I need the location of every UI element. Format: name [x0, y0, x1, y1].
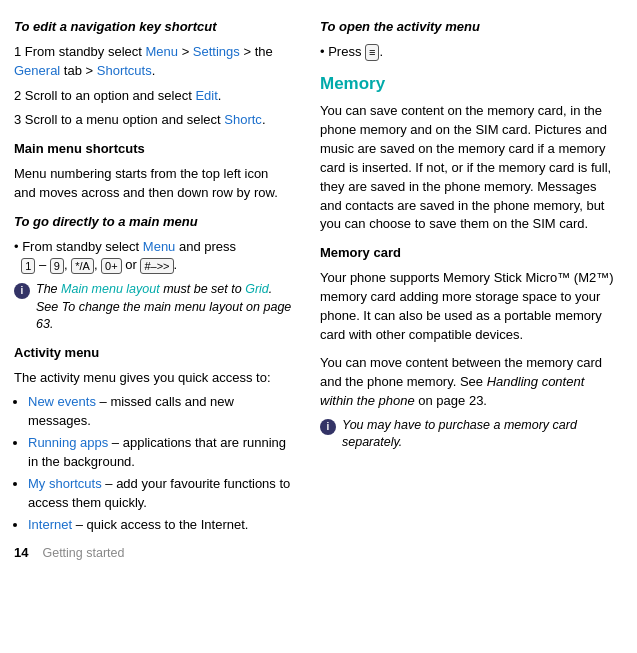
memory-card-body-1: Your phone supports Memory Stick Micro™ … [320, 269, 620, 344]
memory-heading: Memory [320, 72, 620, 97]
note-2-text: You may have to purchase a memory card s… [342, 417, 620, 452]
main-menu-heading-text: Main menu shortcuts [14, 141, 145, 156]
step-1: 1 From standby select Menu > Settings > … [14, 43, 292, 81]
note-1-see: To change the main menu layout on page 6… [36, 300, 291, 332]
list-item: Internet – quick access to the Internet. [28, 516, 292, 535]
step-1-num: 1 [14, 44, 25, 59]
note-1-main-menu-layout: Main menu layout [61, 282, 160, 296]
list-item: New events – missed calls and new messag… [28, 393, 292, 431]
step-2-num: 2 [14, 88, 25, 103]
activity-menu-list: New events – missed calls and new messag… [14, 393, 292, 534]
list-item: Running apps – applications that are run… [28, 434, 292, 472]
step-3: 3 Scroll to a menu option and select Sho… [14, 111, 292, 130]
note-2-icon: i [320, 419, 336, 435]
step-1-text: From standby select Menu > Settings > th… [14, 44, 273, 78]
open-activity-heading-text: To open the activity menu [320, 19, 480, 34]
note-2-row: i You may have to purchase a memory card… [320, 417, 620, 452]
open-activity-press: • Press ≡. [320, 43, 620, 62]
memory-card-heading-text: Memory card [320, 245, 401, 260]
key-9: 9 [50, 258, 64, 274]
step-1-general: General [14, 63, 60, 78]
step-1-settings: Settings [193, 44, 240, 59]
internet-desc: – quick access to the Internet. [72, 517, 248, 532]
page-footer-row: 14 Getting started [14, 544, 292, 563]
right-column: To open the activity menu • Press ≡. Mem… [310, 18, 620, 635]
new-events-label: New events [28, 394, 96, 409]
go-directly-heading-text: To go directly to a main menu [14, 214, 198, 229]
activity-menu-heading: Activity menu [14, 344, 292, 363]
memory-card-heading: Memory card [320, 244, 620, 263]
key-1: 1 [21, 258, 35, 274]
press-label: Press [328, 44, 361, 59]
page-container: To edit a navigation key shortcut 1 From… [0, 0, 637, 653]
left-column: To edit a navigation key shortcut 1 From… [10, 18, 310, 635]
go-directly-bullet: • From standby select Menu and press 1 –… [14, 238, 292, 276]
step-2: 2 Scroll to an option and select Edit. [14, 87, 292, 106]
running-apps-label: Running apps [28, 435, 108, 450]
memory-card-body-2: You can move content between the memory … [320, 354, 620, 411]
memory-card-body-2b: on page 23. [415, 393, 487, 408]
open-activity-heading: To open the activity menu [320, 18, 620, 37]
step-2-text: Scroll to an option and select Edit. [25, 88, 222, 103]
step-2-edit: Edit [195, 88, 217, 103]
note-1-icon: i [14, 283, 30, 299]
activity-menu-heading-text: Activity menu [14, 345, 99, 360]
memory-body-1: You can save content on the memory card,… [320, 102, 620, 234]
edit-shortcut-heading-text: To edit a navigation key shortcut [14, 19, 217, 34]
internet-label: Internet [28, 517, 72, 532]
go-directly-menu: Menu [143, 239, 176, 254]
step-3-num: 3 [14, 112, 25, 127]
note-1-row: i The Main menu layout must be set to Gr… [14, 281, 292, 334]
key-hash: #–>> [140, 258, 173, 274]
edit-shortcut-heading: To edit a navigation key shortcut [14, 18, 292, 37]
key-0: 0+ [101, 258, 122, 274]
note-1-text: The Main menu layout must be set to Grid… [36, 281, 292, 334]
list-item: My shortcuts – add your favourite functi… [28, 475, 292, 513]
note-1-grid: Grid [245, 282, 269, 296]
main-menu-heading: Main menu shortcuts [14, 140, 292, 159]
note-2-body: You may have to purchase a memory card s… [342, 418, 577, 450]
step-3-text: Scroll to a menu option and select Short… [25, 112, 266, 127]
step-3-shortc: Shortc [224, 112, 262, 127]
activity-key: ≡ [365, 44, 379, 60]
step-1-menu: Menu [146, 44, 179, 59]
page-number: 14 [14, 544, 28, 563]
my-shortcuts-label: My shortcuts [28, 476, 102, 491]
activity-menu-intro: The activity menu gives you quick access… [14, 369, 292, 388]
key-star: */A [71, 258, 94, 274]
step-1-shortcuts: Shortcuts [97, 63, 152, 78]
go-directly-heading: To go directly to a main menu [14, 213, 292, 232]
main-menu-body: Menu numbering starts from the top left … [14, 165, 292, 203]
footer-label: Getting started [42, 544, 124, 562]
